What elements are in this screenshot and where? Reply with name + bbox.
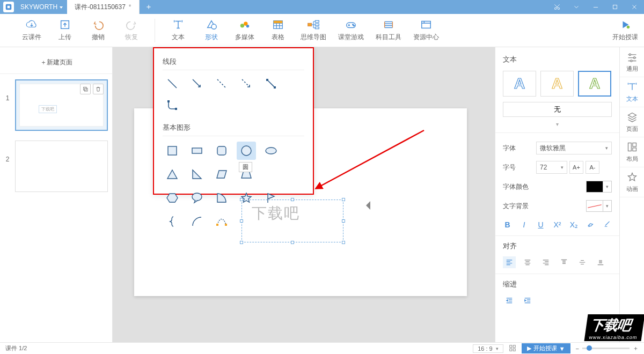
hexagon-shape-icon[interactable]	[163, 189, 182, 207]
new-tab-button[interactable]: ＋	[140, 2, 158, 12]
collapse-panel-icon[interactable]	[366, 201, 370, 210]
resize-handle[interactable]	[240, 241, 243, 244]
brace-shape-icon[interactable]	[163, 212, 182, 231]
minimize-button[interactable]	[586, 0, 605, 14]
shape-button[interactable]: 形状	[195, 16, 228, 45]
highlight-button[interactable]	[586, 220, 595, 229]
star-shape-icon[interactable]	[237, 189, 256, 207]
rail-animation[interactable]: 动画	[620, 167, 644, 197]
line-solid-icon[interactable]	[163, 76, 182, 92]
text-style-preset[interactable]: A	[503, 71, 536, 97]
subscript-button[interactable]: X₂	[569, 220, 579, 229]
square-shape-icon[interactable]	[163, 142, 182, 160]
align-middle-button[interactable]	[576, 256, 589, 268]
line-dashed-icon[interactable]	[212, 76, 231, 92]
superscript-button[interactable]: X²	[553, 220, 562, 229]
font-select[interactable]: 微软雅黑▾	[536, 142, 612, 154]
bg-color-picker[interactable]: ▾	[586, 200, 612, 212]
rail-general[interactable]: 通用	[620, 47, 644, 77]
svg-rect-49	[513, 349, 515, 351]
text-style-preset[interactable]: A	[540, 71, 574, 97]
duplicate-slide-icon[interactable]	[80, 84, 91, 94]
mindmap-button[interactable]: 思维导图	[295, 16, 332, 45]
dropdown-icon[interactable]	[567, 0, 586, 14]
line-arrow-icon[interactable]	[187, 76, 207, 92]
subject-button[interactable]: 科目工具	[370, 16, 407, 45]
line-dashed-arrow-icon[interactable]	[237, 76, 256, 92]
align-top-button[interactable]	[558, 256, 570, 268]
media-button[interactable]: 多媒体	[228, 16, 261, 45]
aspect-ratio-select[interactable]: 16 : 9▾	[473, 344, 503, 353]
resource-button[interactable]: 资源中心	[407, 16, 445, 45]
resize-handle[interactable]	[342, 219, 345, 223]
cut-icon[interactable]	[547, 0, 567, 14]
svg-line-24	[217, 79, 226, 88]
zoom-out-button[interactable]: −	[576, 345, 579, 352]
lines-section-title: 线段	[163, 57, 304, 67]
watermark: 下载吧 www.xiazaiba.com	[584, 314, 644, 341]
increase-size-button[interactable]: A+	[569, 161, 583, 174]
text-style-preset[interactable]: A	[578, 71, 611, 97]
svg-rect-37	[216, 224, 218, 226]
font-color-picker[interactable]: ▾	[586, 181, 612, 193]
font-size-select[interactable]: 72▾	[536, 161, 567, 174]
rounded-rect-shape-icon[interactable]	[212, 142, 231, 160]
start-teaching-button[interactable]: 开始授课	[606, 16, 644, 45]
rectangle-shape-icon[interactable]	[187, 142, 207, 160]
format-panel: 文本 A A A 无 ▾ 字体 微软雅黑▾ 字号 72▾ A+ A- 字体颜色 …	[495, 47, 619, 342]
table-button[interactable]: 表格	[261, 16, 295, 45]
italic-button[interactable]: I	[519, 220, 529, 229]
indent-increase-button[interactable]	[521, 294, 534, 306]
canvas-area[interactable]: 下载吧 线段 基本图形 圆	[113, 47, 495, 342]
app-name[interactable]: SKYWORTH	[16, 3, 67, 11]
align-right-button[interactable]	[539, 256, 552, 268]
close-button[interactable]	[625, 0, 644, 14]
start-teaching-status-button[interactable]: ▶ 开始授课 ▼	[522, 343, 570, 353]
resize-handle[interactable]	[342, 241, 345, 244]
zoom-in-button[interactable]: ＋	[633, 344, 639, 352]
zoom-control[interactable]: − ＋	[576, 344, 639, 352]
arc-shape-icon[interactable]	[187, 212, 207, 231]
right-triangle-shape-icon[interactable]	[187, 165, 207, 183]
triangle-shape-icon[interactable]	[163, 165, 182, 183]
undo-button[interactable]: 撤销	[82, 16, 115, 45]
resize-handle[interactable]	[342, 198, 345, 201]
svg-rect-18	[422, 21, 431, 28]
bezier-shape-icon[interactable]	[212, 212, 231, 231]
align-left-button[interactable]	[503, 256, 516, 268]
pie-shape-icon[interactable]	[212, 189, 231, 207]
speech-bubble-shape-icon[interactable]	[187, 189, 207, 207]
resize-handle[interactable]	[291, 241, 294, 244]
game-button[interactable]: 课堂游戏	[332, 16, 370, 45]
rail-text[interactable]: 文本	[620, 77, 644, 107]
zoom-slider[interactable]	[582, 348, 630, 349]
cloud-courseware-button[interactable]: 云课件	[15, 16, 48, 45]
rail-layout[interactable]: 布局	[620, 137, 644, 167]
circle-shape-icon[interactable]: 圆	[237, 142, 256, 160]
underline-button[interactable]: U	[536, 220, 545, 229]
shape-icon	[204, 19, 218, 31]
line-elbow-icon[interactable]	[163, 97, 182, 113]
parallelogram-shape-icon[interactable]	[212, 165, 231, 183]
document-tab[interactable]: 课件-0811150637 *	[67, 0, 139, 14]
slide-thumbnail[interactable]: 1 下载吧	[0, 74, 112, 135]
maximize-button[interactable]	[605, 0, 625, 14]
grid-view-icon[interactable]	[509, 344, 516, 353]
bold-button[interactable]: B	[503, 220, 512, 229]
ellipse-shape-icon[interactable]	[261, 142, 281, 160]
indent-decrease-button[interactable]	[503, 294, 516, 306]
collapse-icon[interactable]: ▾	[503, 121, 612, 127]
text-button[interactable]: 文本	[162, 16, 195, 45]
clear-format-button[interactable]	[603, 220, 612, 229]
delete-slide-icon[interactable]	[93, 84, 104, 94]
align-bottom-button[interactable]	[594, 256, 607, 268]
slide-thumbnail[interactable]: 2	[0, 135, 112, 196]
align-center-button[interactable]	[521, 256, 534, 268]
line-endpoints-icon[interactable]	[261, 76, 281, 92]
new-page-button[interactable]: ＋新建页面	[0, 51, 112, 74]
rail-page[interactable]: 页面	[620, 107, 644, 137]
no-style-button[interactable]: 无	[503, 102, 612, 117]
decrease-size-button[interactable]: A-	[586, 161, 599, 174]
upload-button[interactable]: 上传	[48, 16, 82, 45]
flag-shape-icon[interactable]	[261, 189, 281, 207]
